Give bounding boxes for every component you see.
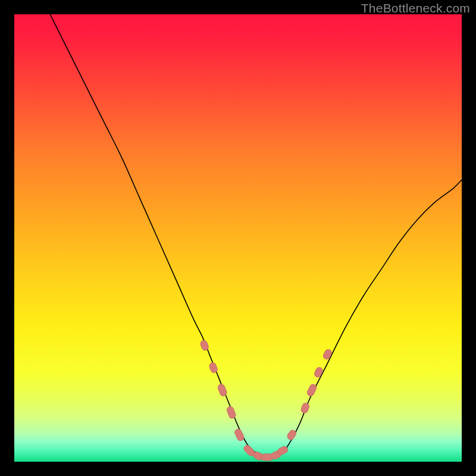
plot-area <box>14 14 462 462</box>
curve-marker <box>300 402 310 414</box>
curve-marker <box>226 406 237 419</box>
curve-marker <box>234 428 245 441</box>
curve-marker <box>322 348 333 360</box>
watermark-text: TheBottleneck.com <box>361 1 470 15</box>
curve-marker <box>286 429 298 441</box>
curve-marker <box>217 383 228 397</box>
chart-frame: TheBottleneck.com <box>0 0 476 476</box>
bottleneck-curve <box>14 14 462 462</box>
curve-marker <box>314 367 324 378</box>
